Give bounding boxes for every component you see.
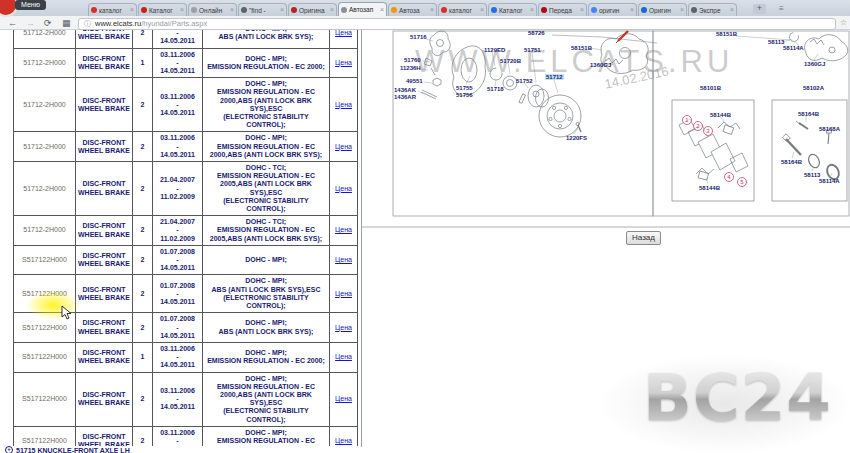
- browser-tab[interactable]: Автозап×: [338, 2, 387, 16]
- price-link[interactable]: Цена: [335, 143, 352, 150]
- price-link[interactable]: Цена: [335, 353, 352, 360]
- table-row: 51712-2H000DISC-FRONT WHEEL BRAKE221.04.…: [14, 162, 358, 216]
- tab-close-icon[interactable]: ×: [630, 7, 634, 13]
- tab-close-icon[interactable]: ×: [580, 7, 584, 13]
- browser-tab[interactable]: каталог×: [88, 3, 137, 16]
- diagram-part-label[interactable]: 51712: [545, 74, 564, 80]
- browser-tab[interactable]: оригин×: [588, 3, 637, 16]
- diagram-part-label[interactable]: 51752: [516, 78, 533, 84]
- apps-grid-icon[interactable]: ▦: [62, 17, 71, 29]
- diagram-part-label[interactable]: 51716: [410, 34, 427, 40]
- back-button[interactable]: Назад: [626, 231, 661, 245]
- diagram-part-label[interactable]: 51755: [456, 85, 473, 91]
- tab-list-menu-icon[interactable]: ≡: [779, 4, 784, 13]
- favicon-icon: [491, 7, 497, 13]
- tab-close-icon[interactable]: ×: [530, 7, 534, 13]
- url-text: www.elcats.ru/hyundai/Parts.aspx: [95, 20, 207, 28]
- tab-close-icon[interactable]: ×: [480, 7, 484, 13]
- browser-tab[interactable]: Каталог×: [138, 3, 187, 16]
- diagram-part-label[interactable]: 1360GJ: [590, 62, 611, 68]
- diagram-part-label[interactable]: 58144B: [710, 112, 731, 118]
- new-tab-button[interactable]: +: [753, 4, 766, 14]
- tab-close-icon[interactable]: ×: [230, 7, 234, 13]
- price-cell: Цена: [330, 78, 358, 132]
- diagram-part-label[interactable]: 58102A: [803, 85, 824, 91]
- diagram-part-label[interactable]: 51760: [404, 57, 421, 63]
- next-section-header[interactable]: + 51715 KNUCKLE-FRONT AXLE LH: [5, 446, 130, 453]
- diagram-part-label[interactable]: 58164B: [781, 159, 802, 165]
- diagram-part-label[interactable]: 11236H: [400, 65, 421, 71]
- price-link[interactable]: Цена: [335, 437, 352, 444]
- diagram-part-label[interactable]: 58168A: [819, 126, 840, 132]
- tab-close-icon[interactable]: ×: [280, 7, 284, 13]
- diagram-part-label[interactable]: 58726: [528, 30, 545, 36]
- diagram-part-label[interactable]: 58114A: [783, 45, 804, 51]
- diagram-part-label[interactable]: 1436AR: [394, 94, 416, 100]
- diagram-part-label[interactable]: 51751: [524, 47, 541, 53]
- diagram-part-label[interactable]: 1436AK: [394, 87, 416, 93]
- diagram-part-label[interactable]: 51720B: [500, 58, 521, 64]
- tab-close-icon[interactable]: ×: [330, 7, 334, 13]
- date-range-cell: 01.07.2008 - 14.05.2011: [153, 313, 203, 343]
- diagram-part-label[interactable]: 58101B: [700, 85, 721, 91]
- video-channel-watermark: BC24: [643, 366, 832, 430]
- tab-close-icon[interactable]: ×: [380, 7, 384, 13]
- diagram-part-label[interactable]: 58144B: [699, 185, 720, 191]
- browser-tab[interactable]: Оригин×: [638, 3, 687, 16]
- diagram-part-label[interactable]: 58113: [804, 172, 820, 178]
- part-number-cell: S517122H000: [14, 426, 76, 446]
- part-number-cell: 51712-2H000: [14, 78, 76, 132]
- diagram-part-label[interactable]: 1360GJ: [804, 61, 825, 67]
- diagram-part-label[interactable]: 58151B: [716, 31, 737, 37]
- mouse-cursor: [61, 305, 72, 320]
- browser-tab[interactable]: Переда×: [538, 3, 587, 16]
- price-cell: Цена: [330, 245, 358, 275]
- price-link[interactable]: Цена: [335, 59, 352, 66]
- price-link[interactable]: Цена: [335, 30, 352, 36]
- price-link[interactable]: Цена: [335, 185, 352, 192]
- section-expand-icon[interactable]: +: [5, 446, 13, 453]
- diagram-part-label[interactable]: 58151B: [571, 45, 592, 51]
- qty-cell: 2: [133, 313, 153, 343]
- table-row: S517122H000DISC-FRONT WHEEL BRAKE203.11.…: [14, 372, 358, 426]
- browser-tab[interactable]: каталог×: [438, 3, 487, 16]
- tab-close-icon[interactable]: ×: [430, 7, 434, 13]
- browser-tab[interactable]: Автоза×: [388, 3, 437, 16]
- diagram-part-label[interactable]: 51756: [456, 92, 473, 98]
- price-link[interactable]: Цена: [335, 324, 352, 331]
- price-link[interactable]: Цена: [335, 226, 352, 233]
- part-name-cell: DISC-FRONT WHEEL BRAKE: [76, 30, 133, 48]
- applicability-cell: DOHC - TCI; EMISSION REGULATION - EC 200…: [203, 162, 330, 216]
- browser-tab[interactable]: Экспре×: [688, 3, 737, 16]
- diagram-part-label[interactable]: 58164B: [798, 111, 819, 117]
- diagram-part-label[interactable]: 58113: [768, 39, 784, 45]
- diagram-part-label[interactable]: 1129ED: [484, 47, 505, 53]
- price-link[interactable]: Цена: [335, 395, 352, 402]
- forward-icon[interactable]: →: [26, 17, 35, 29]
- price-link[interactable]: Цена: [335, 256, 352, 263]
- diagram-part-label[interactable]: 1220FS: [566, 135, 587, 141]
- diagram-part-label[interactable]: 58114A: [819, 178, 840, 184]
- qty-cell: 1: [133, 48, 153, 78]
- tab-close-icon[interactable]: ×: [180, 7, 184, 13]
- browser-tab[interactable]: "find -×: [238, 3, 287, 16]
- browser-tab[interactable]: Онлайн×: [188, 3, 237, 16]
- tab-title: каталог: [99, 7, 129, 14]
- price-link[interactable]: Цена: [335, 290, 352, 297]
- tab-close-icon[interactable]: ×: [680, 7, 684, 13]
- page-info-icon[interactable]: ⓘ: [84, 20, 91, 28]
- tab-title: Автоза: [399, 7, 429, 14]
- bookmark-star-icon[interactable]: ☆: [840, 18, 847, 27]
- back-icon[interactable]: ←: [8, 17, 17, 29]
- video-overlay-menu-button[interactable]: Меню: [15, 0, 46, 10]
- reload-icon[interactable]: ⟳: [44, 17, 52, 29]
- tab-close-icon[interactable]: ×: [130, 7, 134, 13]
- price-link[interactable]: Цена: [335, 101, 352, 108]
- browser-tab[interactable]: Оригина×: [288, 3, 337, 16]
- tab-close-icon[interactable]: ×: [730, 7, 734, 13]
- applicability-cell: DOHC - MPI; EMISSION REGULATION - EC 200…: [203, 372, 330, 426]
- applicability-cell: DOHC - MPI; EMISSION REGULATION - EC 200…: [203, 426, 330, 446]
- browser-tab[interactable]: Каталог×: [488, 3, 537, 16]
- diagram-part-label[interactable]: 51718: [487, 86, 504, 92]
- diagram-part-label[interactable]: 49551: [406, 78, 423, 84]
